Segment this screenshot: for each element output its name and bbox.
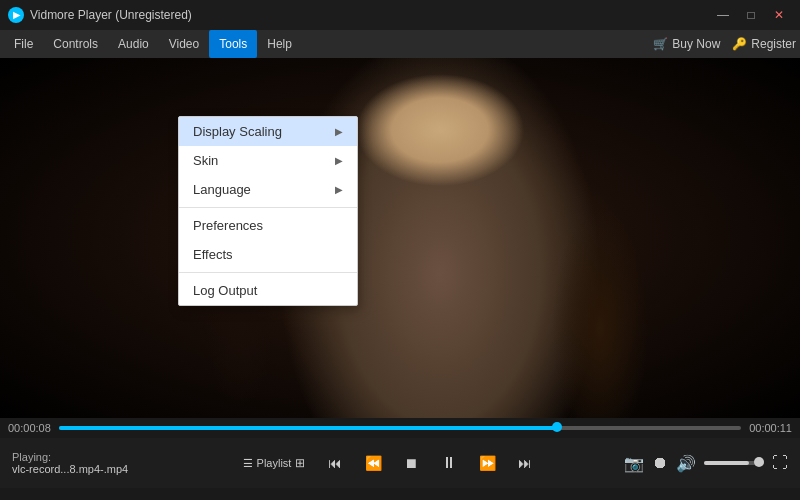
maximize-button[interactable]: □ (738, 2, 764, 28)
video-area: Display Scaling ▶ Skin ▶ Language ▶ Pref… (0, 58, 800, 418)
arrow-icon: ▶ (335, 184, 343, 195)
menu-file[interactable]: File (4, 30, 43, 58)
record-button[interactable]: ⏺ (652, 454, 668, 472)
forward-button[interactable]: ⏩ (473, 449, 501, 477)
next-button[interactable]: ⏭ (511, 449, 539, 477)
volume-icon[interactable]: 🔊 (676, 454, 696, 473)
menu-display-scaling[interactable]: Display Scaling ▶ (179, 117, 357, 146)
controls-bar: Playing: vlc-record...8.mp4-.mp4 ☰ Playl… (0, 438, 800, 488)
close-button[interactable]: ✕ (766, 2, 792, 28)
menu-video[interactable]: Video (159, 30, 209, 58)
menu-effects[interactable]: Effects (179, 240, 357, 269)
list-icon: ☰ (243, 457, 253, 470)
title-bar: ▶ Vidmore Player (Unregistered) — □ ✕ (0, 0, 800, 30)
menu-help[interactable]: Help (257, 30, 302, 58)
volume-fill (704, 461, 749, 465)
total-time: 00:00:11 (749, 422, 792, 434)
playback-info: Playing: vlc-record...8.mp4-.mp4 (12, 451, 152, 475)
minimize-button[interactable]: — (710, 2, 736, 28)
app-logo-icon: ▶ (8, 7, 24, 23)
play-pause-button[interactable]: ⏸ (435, 449, 463, 477)
window-controls: — □ ✕ (710, 2, 792, 28)
arrow-icon: ▶ (335, 155, 343, 166)
menu-tools[interactable]: Tools (209, 30, 257, 58)
prev-button[interactable]: ⏮ (321, 449, 349, 477)
current-time: 00:00:08 (8, 422, 51, 434)
playlist-button[interactable]: ☰ Playlist ⊞ (237, 452, 312, 474)
separator (179, 272, 357, 273)
tools-dropdown: Display Scaling ▶ Skin ▶ Language ▶ Pref… (178, 116, 358, 306)
menu-audio[interactable]: Audio (108, 30, 159, 58)
volume-slider[interactable] (704, 461, 764, 465)
separator (179, 207, 357, 208)
register-button[interactable]: 🔑 Register (732, 37, 796, 51)
right-controls: 📷 ⏺ 🔊 ⛶ (624, 454, 788, 473)
menu-bar: File Controls Audio Video Tools Help 🛒 B… (0, 30, 800, 58)
stop-button[interactable]: ⏹ (397, 449, 425, 477)
progress-fill (59, 426, 557, 430)
arrow-icon: ▶ (335, 126, 343, 137)
menu-skin[interactable]: Skin ▶ (179, 146, 357, 175)
snapshot-button[interactable]: 📷 (624, 454, 644, 473)
cart-icon: 🛒 (653, 37, 668, 51)
menu-preferences[interactable]: Preferences (179, 211, 357, 240)
menu-log-output[interactable]: Log Output (179, 276, 357, 305)
playing-label: Playing: (12, 451, 152, 463)
video-frame (0, 58, 800, 418)
buy-now-button[interactable]: 🛒 Buy Now (653, 37, 720, 51)
rewind-button[interactable]: ⏪ (359, 449, 387, 477)
menu-controls[interactable]: Controls (43, 30, 108, 58)
playlist-menu-icon: ⊞ (295, 456, 305, 470)
playback-controls: ☰ Playlist ⊞ ⏮ ⏪ ⏹ ⏸ ⏩ ⏭ (156, 449, 620, 477)
fullscreen-button[interactable]: ⛶ (772, 454, 788, 472)
progress-track[interactable] (59, 426, 741, 430)
app-title: Vidmore Player (Unregistered) (30, 8, 192, 22)
menu-language[interactable]: Language ▶ (179, 175, 357, 204)
key-icon: 🔑 (732, 37, 747, 51)
filename-label: vlc-record...8.mp4-.mp4 (12, 463, 152, 475)
progress-area: 00:00:08 00:00:11 (0, 418, 800, 438)
video-content (0, 58, 800, 418)
